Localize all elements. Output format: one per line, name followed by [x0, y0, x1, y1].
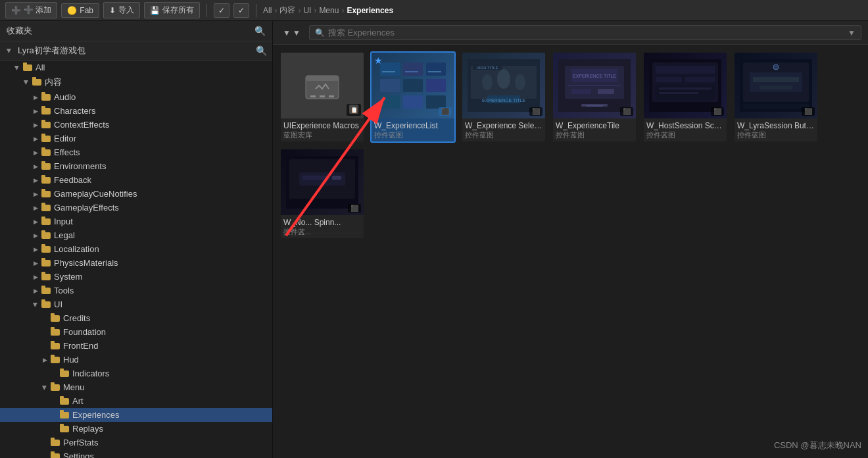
label-credits: Credits	[63, 313, 90, 323]
tree-item-art[interactable]: ▶ Art	[0, 394, 272, 408]
arrow-all: ▶	[13, 64, 21, 72]
asset-badge-macros: 📋	[347, 104, 361, 116]
save-button[interactable]: 💾 保存所有	[144, 2, 200, 18]
asset-thumb-selection: EXPERIENCE TITLE HIGH TITLE ⬛	[462, 53, 545, 118]
svg-rect-1	[306, 76, 339, 81]
tree-item-gameplaycuenotifies[interactable]: ▶ GameplayCueNotifies	[0, 187, 272, 201]
search-bar: ▼ ▼ 🔍 ▼	[273, 21, 868, 45]
asset-thumb-host: ⬛	[644, 53, 727, 118]
svg-point-25	[515, 74, 525, 90]
arrow-contexteffects: ▶	[32, 121, 39, 129]
folder-icon-system	[41, 273, 51, 281]
asset-thumb-lyra: ⬛	[735, 53, 817, 118]
tree-section[interactable]: ▶ Lyra初学者游戏包 🔍 ▶ All ▶ 内容 ▶ Audio	[0, 41, 272, 458]
asset-card-w-no-spinner[interactable]: ⬛ W_No... Spinn... 控件蓝...	[279, 148, 365, 240]
asset-card-w-experiencelist[interactable]: ★ ⬛ W_ExperienceList 控件蓝图	[370, 51, 456, 143]
svg-rect-43	[659, 88, 711, 89]
asset-badge-lyra: ⬛	[802, 107, 815, 116]
tree-item-frontend[interactable]: ▶ FrontEnd	[0, 339, 272, 353]
asset-type-tile: 控件蓝图	[556, 130, 633, 140]
folder-icon-gameplaycuenotifies	[41, 190, 51, 198]
watermark-text: CSDN @暮志未晚NAN	[774, 440, 861, 450]
arrow-localization: ▶	[32, 245, 39, 253]
search-input[interactable]	[328, 28, 844, 38]
tree-item-gameplayeffects[interactable]: ▶ GameplayEffects	[0, 201, 272, 215]
package-search-icon[interactable]: 🔍	[256, 45, 267, 56]
breadcrumb-content[interactable]: 内容	[279, 5, 295, 16]
tree-item-content[interactable]: ▶ 内容	[0, 74, 272, 90]
asset-type-lyra: 控件蓝图	[737, 130, 815, 140]
asset-card-w-experienceselection[interactable]: EXPERIENCE TITLE HIGH TITLE ⬛	[461, 51, 546, 143]
asset-type-spinner: 控件蓝...	[283, 227, 361, 237]
check-btn-2[interactable]: ✓	[233, 3, 249, 18]
tile-thumb-svg: EXPERIENCE TITLE	[558, 59, 631, 112]
tree-item-legal[interactable]: ▶ Legal	[0, 228, 272, 242]
favorites-search-icon[interactable]: 🔍	[254, 26, 266, 36]
tree-item-indicators[interactable]: ▶ Indicators	[0, 367, 272, 380]
arrow-editor: ▶	[32, 135, 39, 143]
fab-button[interactable]: 🟡 Fab	[61, 3, 99, 18]
tree-item-tools[interactable]: ▶ Tools	[0, 284, 272, 297]
asset-info-host: W_HostSession Screen 控件蓝图	[644, 118, 727, 141]
tree-item-all[interactable]: ▶ All	[0, 61, 272, 74]
breadcrumb-menu[interactable]: Menu	[319, 6, 339, 15]
svg-rect-12	[426, 79, 446, 92]
breadcrumb-sep-2: ›	[298, 6, 301, 15]
tree-item-environments[interactable]: ▶ Environments	[0, 159, 272, 173]
breadcrumb-ui[interactable]: UI	[303, 6, 311, 15]
tree-item-localization[interactable]: ▶ Localization	[0, 242, 272, 256]
check-btn-1[interactable]: ✓	[214, 3, 229, 18]
asset-info-tile: W_ExperienceTile 控件蓝图	[553, 118, 636, 141]
asset-name-experiencelist: W_ExperienceList	[374, 121, 452, 130]
filter-icon: ▼	[283, 28, 291, 38]
breadcrumb-sep-4: ›	[341, 6, 344, 15]
tree-item-contexteffects[interactable]: ▶ ContextEffects	[0, 118, 272, 132]
import-button[interactable]: ⬇ 导入	[103, 2, 140, 18]
folder-icon-feedback	[41, 176, 51, 184]
breadcrumb-all[interactable]: All	[263, 6, 272, 15]
asset-card-w-experiencetile[interactable]: EXPERIENCE TITLE ⬛	[552, 51, 637, 143]
tree-item-hud[interactable]: ▶ Hud	[0, 353, 272, 367]
label-gameplayeffects: GameplayEffects	[54, 203, 119, 213]
folder-icon-art	[59, 397, 70, 405]
tree-item-feedback[interactable]: ▶ Feedback	[0, 173, 272, 187]
label-perfstats: PerfStats	[63, 438, 98, 447]
svg-rect-33	[571, 89, 591, 94]
asset-type-host: 控件蓝图	[646, 130, 724, 140]
tree-item-credits[interactable]: ▶ Credits	[0, 311, 272, 325]
folder-icon-ui	[41, 301, 51, 309]
tree-item-foundation[interactable]: ▶ Foundation	[0, 325, 272, 339]
tree-item-characters[interactable]: ▶ Characters	[0, 104, 272, 118]
svg-text:📋: 📋	[350, 106, 358, 114]
search-dropdown-icon[interactable]: ▼	[848, 28, 856, 38]
asset-grid[interactable]: 📋 UIExperience Macros 蓝图宏库	[273, 45, 868, 458]
toolbar: ➕ ➕ 添加 🟡 Fab ⬇ 导入 💾 保存所有 ✓ ✓ All › 内容 › …	[0, 0, 868, 21]
breadcrumb: All › 内容 › UI › Menu › Experiences	[263, 5, 863, 16]
svg-rect-3	[320, 95, 325, 97]
tree-item-system[interactable]: ▶ System	[0, 270, 272, 284]
tree-item-input[interactable]: ▶ Input	[0, 215, 272, 228]
asset-card-w-lyrasession[interactable]: ⬛ W_LyraSession Button 控件蓝图	[733, 51, 819, 143]
tree-item-experiences[interactable]: ▶ Experiences	[0, 408, 272, 422]
filter-button[interactable]: ▼ ▼	[279, 27, 304, 39]
label-replays: Replays	[72, 424, 103, 434]
label-feedback: Feedback	[54, 175, 91, 185]
tree-item-perfstats[interactable]: ▶ PerfStats	[0, 436, 272, 449]
svg-rect-10	[380, 79, 400, 92]
tree-item-editor[interactable]: ▶ Editor	[0, 132, 272, 145]
arrow-gameplaycuenotifies: ▶	[32, 190, 39, 198]
tree-item-ui[interactable]: ▶ UI	[0, 297, 272, 311]
tree-item-settings[interactable]: ▶ Settings	[0, 449, 272, 458]
asset-card-uiexperience-macros[interactable]: 📋 UIExperience Macros 蓝图宏库	[279, 51, 365, 143]
breadcrumb-experiences[interactable]: Experiences	[347, 6, 393, 15]
save-icon: 💾	[150, 6, 160, 15]
tree-item-menu[interactable]: ▶ Menu	[0, 380, 272, 394]
tree-item-replays[interactable]: ▶ Replays	[0, 422, 272, 436]
folder-icon-effects	[41, 149, 51, 157]
asset-card-w-hostsession[interactable]: ⬛ W_HostSession Screen 控件蓝图	[642, 51, 728, 143]
tree-item-physicsmaterials[interactable]: ▶ PhysicsMaterials	[0, 256, 272, 270]
add-button[interactable]: ➕ ➕ 添加	[5, 2, 57, 18]
tree-item-audio[interactable]: ▶ Audio	[0, 90, 272, 104]
tree-item-effects[interactable]: ▶ Effects	[0, 145, 272, 159]
label-characters: Characters	[54, 106, 96, 116]
